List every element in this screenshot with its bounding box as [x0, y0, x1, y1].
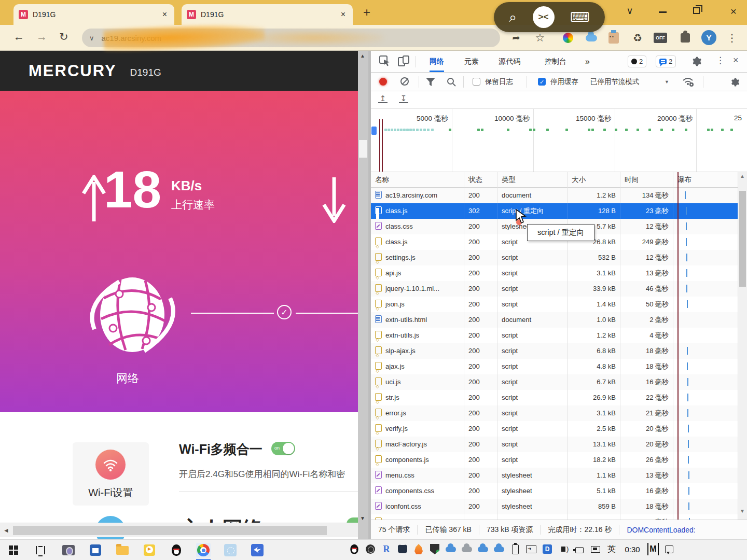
network-request-row[interactable]: extn-utils.html 200 document 1.0 kB 2 毫秒: [371, 312, 747, 328]
throttling-dropdown-icon[interactable]: ▼: [665, 73, 669, 91]
devtools-table-scrollbar[interactable]: ▲ ▼: [738, 172, 747, 520]
devtools-tab-elements[interactable]: 元素: [464, 51, 479, 72]
tray-m-logo-icon[interactable]: M: [647, 543, 659, 555]
site-chevron-icon[interactable]: ∨: [89, 34, 94, 42]
col-time[interactable]: 时间: [620, 172, 673, 188]
preserve-log-checkbox[interactable]: [473, 78, 480, 86]
microsoft-store-icon[interactable]: [88, 543, 103, 557]
record-network-log-button[interactable]: [379, 78, 387, 86]
network-request-row[interactable]: menu.css 200 stylesheet 1.1 kB 13 毫秒: [371, 468, 747, 483]
network-request-row[interactable]: str.js 200 script 26.9 kB 22 毫秒: [371, 390, 747, 405]
restore-button[interactable]: [693, 7, 700, 14]
network-request-row[interactable]: macFactory.js 200 script 13.1 kB 20 毫秒: [371, 437, 747, 452]
search-network-icon[interactable]: [447, 77, 456, 87]
extension-box-icon[interactable]: [607, 31, 620, 45]
network-request-row[interactable]: verify.js 200 script 2.5 kB 20 毫秒: [371, 421, 747, 437]
notification-center-icon[interactable]: [663, 543, 675, 555]
profile-avatar[interactable]: Y: [701, 30, 716, 45]
network-request-row[interactable]: components.css 200 stylesheet 5.1 kB 16 …: [371, 483, 747, 499]
wifi-band-toggle[interactable]: on: [271, 442, 295, 455]
col-type[interactable]: 类型: [497, 172, 568, 188]
error-count-badge[interactable]: 2: [628, 55, 646, 67]
power-plug-icon[interactable]: [574, 543, 585, 555]
network-request-row[interactable]: ajax.js 200 script 4.8 kB 18 毫秒: [371, 359, 747, 374]
devtools-menu-kebab-icon[interactable]: ⋮: [716, 55, 725, 66]
tray-cloud-gray-icon[interactable]: [461, 543, 473, 555]
extension-cloud-icon[interactable]: [585, 31, 598, 45]
scroll-left-icon[interactable]: ◄: [3, 527, 9, 534]
chrome-taskbar-icon-active[interactable]: [196, 543, 211, 557]
import-har-icon[interactable]: ↥: [378, 94, 388, 103]
horizontal-scroll-thumb[interactable]: [13, 526, 327, 535]
col-waterfall[interactable]: 瀑布: [673, 172, 747, 188]
extension-recycle-icon[interactable]: ♻: [631, 31, 644, 45]
extension-off-badge[interactable]: OFF: [654, 31, 667, 45]
task-view-button[interactable]: [33, 543, 48, 557]
col-status[interactable]: 状态: [464, 172, 497, 188]
remote-desktop-icon[interactable]: ><: [533, 6, 555, 28]
back-icon[interactable]: ←: [13, 31, 24, 43]
devtools-tab-network[interactable]: 网络: [430, 51, 444, 72]
devtools-tab-sources[interactable]: 源代码: [499, 51, 520, 72]
network-request-row[interactable]: iconfont.css 200 stylesheet 859 B 18 毫秒: [371, 499, 747, 514]
tray-security-shield-icon[interactable]: [429, 543, 440, 555]
tray-sphere-icon[interactable]: [365, 543, 376, 555]
network-request-row[interactable]: ac19.arcsiny.com 200 document 1.2 kB 134…: [371, 188, 747, 203]
network-request-row[interactable]: 200 script 1.0 kB 44 毫秒: [371, 514, 747, 520]
tray-r-app-icon[interactable]: R: [381, 543, 392, 555]
share-icon[interactable]: ➦: [509, 31, 523, 45]
minimize-button[interactable]: [659, 11, 667, 13]
tray-screen-share-icon[interactable]: [525, 543, 537, 555]
wifi-settings-card[interactable]: Wi-Fi设置: [73, 442, 149, 506]
network-request-row[interactable]: class.js 302 script / 重定向 128 B 23 毫秒: [371, 203, 747, 219]
network-table-header[interactable]: 名称 状态 类型 大小 时间 瀑布: [371, 172, 747, 188]
tray-qq-icon[interactable]: [349, 543, 360, 555]
qq-app-icon[interactable]: [169, 543, 184, 557]
file-explorer-icon[interactable]: [115, 543, 130, 557]
tab-close-icon[interactable]: ×: [339, 10, 348, 19]
network-request-row[interactable]: api.js 200 script 3.1 kB 13 毫秒: [371, 265, 747, 281]
extensions-puzzle-icon[interactable]: [679, 31, 692, 45]
scroll-down-icon[interactable]: ▼: [740, 508, 745, 514]
ime-language-indicator[interactable]: 英: [606, 543, 617, 555]
network-request-row[interactable]: extn-utils.js 200 script 1.2 kB 4 毫秒: [371, 328, 747, 343]
filter-funnel-icon[interactable]: [426, 78, 435, 86]
network-request-row[interactable]: settings.js 200 script 532 B 12 毫秒: [371, 250, 747, 265]
disable-cache-checkbox[interactable]: ✓: [538, 78, 546, 86]
scroll-down-icon[interactable]: ▼: [360, 515, 365, 521]
camera-app-icon[interactable]: [61, 543, 76, 557]
devtools-settings-gear-icon[interactable]: [691, 56, 702, 67]
timeline-selection-handle[interactable]: [371, 127, 377, 135]
tray-fire-icon[interactable]: [413, 543, 424, 555]
extension-colorwheel-icon[interactable]: [561, 31, 575, 45]
tab-search-chevron-icon[interactable]: ∨: [621, 5, 638, 17]
network-request-row[interactable]: jquery-1.10.1.mi... 200 script 33.9 kB 4…: [371, 281, 747, 297]
keyboard-icon[interactable]: ⌨: [570, 9, 590, 25]
network-status-icon[interactable]: [590, 543, 601, 555]
close-window-button[interactable]: ×: [725, 5, 742, 18]
network-request-row[interactable]: components.js 200 script 18.2 kB 26 毫秒: [371, 452, 747, 468]
tray-d-app-icon[interactable]: D: [542, 543, 553, 555]
tray-usb-icon[interactable]: [509, 543, 521, 555]
inspect-element-icon[interactable]: [379, 55, 391, 67]
reload-icon[interactable]: ↻: [59, 31, 68, 43]
thunder-app-icon[interactable]: [250, 543, 265, 557]
network-overview-timeline[interactable]: 5000 毫秒 10000 毫秒 15000 毫秒 20000 毫秒 25: [371, 109, 747, 172]
clear-network-log-icon[interactable]: [400, 77, 409, 86]
scroll-up-icon[interactable]: ▲: [740, 173, 745, 179]
more-tabs-icon[interactable]: »: [585, 51, 590, 72]
devtools-tab-console[interactable]: 控制台: [545, 51, 566, 72]
start-button[interactable]: [6, 543, 21, 557]
tray-cloud-icon[interactable]: [493, 543, 505, 555]
page-vertical-scrollbar[interactable]: ▲ ▼: [358, 51, 368, 539]
page-horizontal-scrollbar[interactable]: ◄ ►: [0, 523, 368, 537]
col-size[interactable]: 大小: [568, 172, 620, 188]
export-har-icon[interactable]: ↧: [399, 94, 408, 103]
vertical-scroll-thumb[interactable]: [359, 140, 367, 158]
volume-icon[interactable]: [558, 543, 569, 555]
browser-menu-kebab-icon[interactable]: ⋮: [725, 31, 739, 45]
browser-tab-2-active[interactable]: M D191G ×: [182, 4, 353, 25]
throttling-select[interactable]: 已停用节流模式: [590, 73, 640, 91]
bookmark-star-icon[interactable]: ☆: [533, 31, 547, 45]
new-tab-button[interactable]: +: [363, 5, 370, 20]
